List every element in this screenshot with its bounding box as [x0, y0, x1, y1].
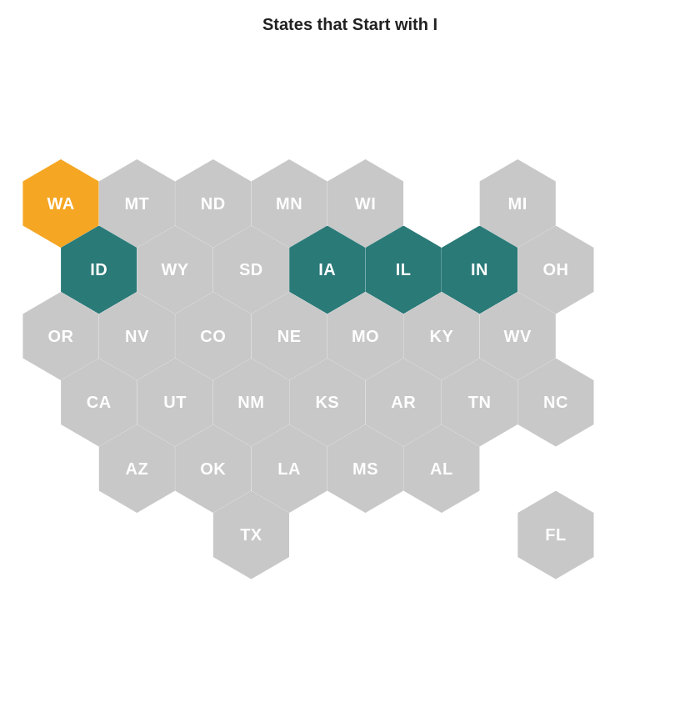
hex-label-az: AZ: [126, 459, 149, 479]
hex-label-sd: SD: [239, 260, 263, 279]
hex-label-id: ID: [90, 260, 108, 279]
hex-map: WAMTNDMNWIMIIDWYSDIAILINOHORNVCONEMOKYWV…: [0, 43, 700, 726]
hex-label-ut: UT: [163, 393, 187, 412]
hex-label-oh: OH: [542, 260, 568, 279]
hex-label-mn: MN: [276, 194, 302, 213]
hex-label-ca: CA: [87, 393, 112, 412]
hex-label-mi: MI: [508, 194, 528, 213]
hex-label-tx: TX: [240, 525, 262, 545]
hex-label-fl: FL: [545, 525, 566, 545]
hex-label-al: AL: [430, 459, 453, 479]
hex-label-ar: AR: [391, 393, 416, 412]
hex-label-wa: WA: [47, 194, 74, 213]
hex-label-or: OR: [48, 327, 74, 346]
hex-label-mo: MO: [352, 327, 379, 346]
hex-label-ne: NE: [278, 327, 302, 346]
hex-label-nd: ND: [201, 194, 226, 213]
hex-fl[interactable]: FL: [512, 491, 600, 580]
hex-label-wv: WV: [504, 327, 532, 346]
hex-label-tn: TN: [468, 393, 492, 412]
hex-label-ks: KS: [315, 393, 339, 412]
hex-label-nv: NV: [125, 327, 149, 346]
hex-label-ms: MS: [352, 459, 378, 479]
hex-label-nc: NC: [543, 393, 568, 412]
hex-label-il: IL: [396, 260, 412, 279]
hex-label-wi: WI: [355, 194, 376, 213]
hex-label-ia: IA: [318, 260, 336, 279]
hex-label-co: CO: [200, 327, 226, 346]
hex-label-la: LA: [278, 459, 301, 479]
hex-label-in: IN: [471, 260, 488, 279]
hex-label-mt: MT: [124, 194, 149, 213]
page-title: States that Start with I: [262, 15, 438, 34]
hex-label-ok: OK: [200, 459, 226, 479]
hex-label-ky: KY: [429, 327, 453, 346]
hex-label-wy: WY: [161, 260, 188, 279]
hex-label-nm: NM: [238, 393, 264, 412]
